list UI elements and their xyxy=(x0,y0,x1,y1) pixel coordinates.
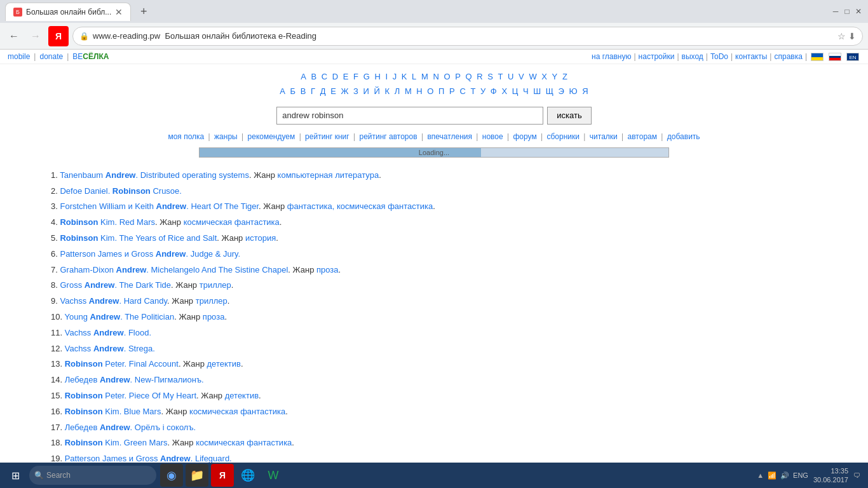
alpha-D[interactable]: D xyxy=(332,72,338,81)
subnav-recommend[interactable]: рекомендуем xyxy=(248,132,295,141)
nav-contacts-link[interactable]: контакты xyxy=(735,52,767,61)
alpha-W[interactable]: W xyxy=(529,72,536,81)
alpha-М[interactable]: М xyxy=(405,86,412,96)
nav-settings-link[interactable]: настройки xyxy=(639,52,675,61)
search-button[interactable]: искать xyxy=(547,107,591,125)
alpha-К[interactable]: К xyxy=(385,86,390,96)
alpha-О[interactable]: О xyxy=(427,86,433,96)
result-link-12[interactable]: Vachss Andrew. Strega. xyxy=(65,344,155,353)
alpha-J[interactable]: J xyxy=(393,72,397,81)
alpha-M[interactable]: M xyxy=(421,72,428,81)
alpha-C[interactable]: C xyxy=(322,72,327,81)
notification-icon[interactable]: 🗨 xyxy=(853,471,860,479)
alpha-Б[interactable]: Б xyxy=(290,86,296,96)
alpha-X[interactable]: X xyxy=(541,72,547,81)
tray-arrow-icon[interactable]: ▲ xyxy=(757,471,764,479)
subnav-genres[interactable]: жанры xyxy=(214,132,238,141)
alpha-Г[interactable]: Г xyxy=(311,86,315,96)
subnav-new[interactable]: новое xyxy=(482,132,503,141)
alpha-B[interactable]: B xyxy=(311,72,316,81)
taskbar-search[interactable]: 🔍 Search xyxy=(29,466,156,485)
alpha-L[interactable]: L xyxy=(412,72,416,81)
alpha-Ж[interactable]: Ж xyxy=(341,86,348,96)
tab-close-button[interactable]: ✕ xyxy=(115,7,123,17)
result-link-17[interactable]: Лебедев Andrew. Орёлъ і соколъ. xyxy=(65,423,196,432)
alpha-Н[interactable]: Н xyxy=(416,86,422,96)
browser-tab[interactable]: Б Большая онлайн библ... ✕ xyxy=(5,3,131,21)
volume-icon[interactable]: 🔊 xyxy=(780,471,789,480)
alpha-G[interactable]: G xyxy=(363,72,370,81)
subnav-books-rating[interactable]: рейтинг книг xyxy=(305,132,349,141)
genre-link-3[interactable]: фантастика, космическая фантастика xyxy=(287,201,433,211)
nav-logout-link[interactable]: выход xyxy=(682,52,703,61)
subnav-readers[interactable]: читалки xyxy=(590,132,618,141)
alpha-F[interactable]: F xyxy=(353,72,358,81)
network-icon[interactable]: 📶 xyxy=(768,471,776,480)
subnav-authors-rating[interactable]: рейтинг авторов xyxy=(359,132,417,141)
alpha-R[interactable]: R xyxy=(477,72,482,81)
flag-ukraine[interactable] xyxy=(811,53,824,61)
genre-link-7[interactable]: проза xyxy=(316,265,339,274)
download-icon[interactable]: ⬇ xyxy=(848,31,856,41)
alpha-Q[interactable]: Q xyxy=(465,72,471,81)
result-link-18[interactable]: Robinson Kim. Green Mars xyxy=(65,438,168,447)
search-input[interactable] xyxy=(276,107,543,125)
alpha-I[interactable]: I xyxy=(385,72,388,81)
taskbar-ie-icon[interactable]: 🌐 xyxy=(236,464,259,487)
nav-donate-link[interactable]: donate xyxy=(39,52,63,61)
alpha-Ф[interactable]: Ф xyxy=(491,86,497,96)
alpha-У[interactable]: У xyxy=(480,86,485,96)
subnav-authors[interactable]: авторам xyxy=(628,132,657,141)
result-link-6[interactable]: Patterson James и Gross Andrew. Judge & … xyxy=(60,249,240,259)
alpha-Z[interactable]: Z xyxy=(562,72,567,81)
genre-link-16[interactable]: космическая фантастика xyxy=(189,407,285,416)
genre-link-15[interactable]: детектив xyxy=(225,391,259,400)
alpha-H[interactable]: H xyxy=(374,72,380,81)
alpha-T[interactable]: T xyxy=(498,72,503,81)
forward-button[interactable]: → xyxy=(27,27,44,45)
alpha-Щ[interactable]: Щ xyxy=(546,86,553,96)
taskbar-browser-icon[interactable]: Я xyxy=(211,464,234,487)
taskbar-explorer-icon[interactable]: 📁 xyxy=(186,464,208,487)
alpha-Е[interactable]: Е xyxy=(330,86,336,96)
alpha-A[interactable]: A xyxy=(301,72,306,81)
result-link-14[interactable]: Лебедев Andrew. New-Пигмалионъ. xyxy=(65,375,204,384)
alpha-Ш[interactable]: Ш xyxy=(533,86,541,96)
subnav-add[interactable]: добавить xyxy=(667,132,700,141)
genre-link-8[interactable]: триллер xyxy=(200,280,231,290)
new-tab-button[interactable]: + xyxy=(135,3,153,20)
flag-russia[interactable] xyxy=(829,53,841,61)
alpha-З[interactable]: З xyxy=(353,86,358,96)
back-button[interactable]: ← xyxy=(5,27,23,45)
nav-home-link[interactable]: на главную xyxy=(592,52,631,61)
result-link-15[interactable]: Robinson Peter. Piece Of My Heart xyxy=(65,391,196,400)
alpha-Y[interactable]: Y xyxy=(552,72,558,81)
alpha-E[interactable]: E xyxy=(343,72,349,81)
subnav-impressions[interactable]: впечатления xyxy=(427,132,472,141)
alpha-O[interactable]: O xyxy=(444,72,450,81)
alpha-Э[interactable]: Э xyxy=(559,86,564,96)
alpha-Ч[interactable]: Ч xyxy=(523,86,529,96)
result-link-5[interactable]: Robinson Kim. The Years of Rice and Salt xyxy=(60,233,217,243)
genre-link-4[interactable]: космическая фантастика xyxy=(184,217,280,227)
genre-link-9[interactable]: триллер xyxy=(196,296,227,306)
taskbar-clock[interactable]: 13:35 30.06.2017 xyxy=(813,466,848,485)
alpha-Й[interactable]: Й xyxy=(374,86,380,96)
result-link-7[interactable]: Graham-Dixon Andrew. Michelangelo And Th… xyxy=(60,265,288,274)
alpha-Р[interactable]: Р xyxy=(449,86,455,96)
subnav-myshelf[interactable]: моя полка xyxy=(168,132,204,141)
alpha-N[interactable]: N xyxy=(433,72,438,81)
result-link-10[interactable]: Young Andrew. The Politician xyxy=(64,312,174,322)
taskbar-word-icon[interactable]: W xyxy=(262,464,285,487)
subnav-collections[interactable]: сборники xyxy=(546,132,580,141)
minimize-button[interactable]: ─ xyxy=(831,7,840,16)
result-link-8[interactable]: Gross Andrew. The Dark Tide xyxy=(60,280,171,290)
maximize-button[interactable]: □ xyxy=(843,7,851,16)
result-link-4[interactable]: Robinson Kim. Red Mars xyxy=(60,217,155,227)
flag-english[interactable]: EN xyxy=(846,53,859,61)
nav-todo-link[interactable]: ToDo xyxy=(710,52,728,61)
result-link-11[interactable]: Vachss Andrew. Flood. xyxy=(65,328,151,337)
alpha-Я[interactable]: Я xyxy=(582,86,588,96)
result-link-1[interactable]: Tanenbaum Andrew. Distributed operating … xyxy=(60,170,249,180)
alpha-И[interactable]: И xyxy=(363,86,369,96)
